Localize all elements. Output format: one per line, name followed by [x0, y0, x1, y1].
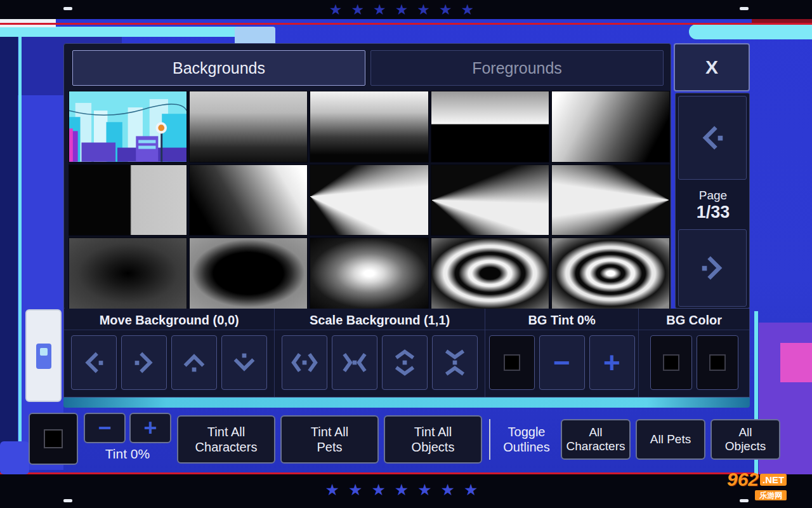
label-line: Toggle [508, 424, 546, 439]
close-button[interactable]: X [674, 43, 750, 91]
bg-color-label: BG Color [639, 311, 749, 330]
scale-shorter-button[interactable] [432, 335, 478, 390]
global-tint-increase-button[interactable]: + [129, 413, 171, 443]
toggle-outlines-label: Toggle Outlines [497, 413, 556, 466]
thumbnail-vertical-split-left-black[interactable] [69, 164, 187, 236]
thumbnail-city-scene[interactable] [69, 91, 187, 163]
watermark-net: .NET [760, 474, 787, 486]
page-indicator-label: Page [699, 189, 727, 203]
page-rail: Page 1/33 [675, 93, 750, 309]
backdrop-blue-chip-bottom-left [0, 441, 29, 474]
top-stars-decor: ★★★★★★★ [329, 1, 483, 18]
backdrop-cyan-band-left [0, 27, 274, 37]
arrow-left-icon [79, 348, 108, 377]
arrow-right-icon [129, 348, 159, 377]
thumbnail-wedge-from-right[interactable] [551, 164, 670, 236]
thumbnail-concentric-rings[interactable] [431, 237, 549, 309]
plus-icon: + [143, 417, 157, 439]
thumbnail-diagonal-gradient[interactable] [551, 91, 670, 163]
scale-taller-button[interactable] [382, 335, 428, 390]
move-background-label: Move Background (0,0) [64, 311, 274, 330]
arrow-up-icon [180, 348, 209, 377]
global-tint-color-preview [44, 429, 63, 448]
button-line: Objects [412, 439, 455, 455]
thumbnail-vertical-gradient-sharp[interactable] [310, 91, 428, 163]
game-screen: ★★★★★★★ ★★★★★★★ 962 .NET 乐游网 Backgrounds… [0, 0, 812, 508]
watermark-site-name: 乐游网 [755, 490, 787, 500]
close-button-label: X [705, 57, 718, 78]
watermark-962net: 962 .NET 乐游网 [727, 470, 787, 500]
bg-tint-decrease-button[interactable]: − [539, 335, 585, 390]
bg-tint-increase-button[interactable]: + [589, 335, 635, 390]
chevron-right-icon [696, 251, 729, 284]
contract-vertical-icon [440, 348, 469, 377]
city-scene-image [69, 91, 187, 162]
move-down-button[interactable] [221, 335, 267, 390]
thumbnail-split-top-light[interactable] [431, 91, 549, 163]
bg-tint-label: BG Tint 0% [485, 311, 639, 330]
outline-all-characters-button[interactable]: All Characters [561, 419, 631, 460]
bg-tint-color-swatch[interactable] [489, 335, 535, 390]
expand-vertical-icon [390, 348, 419, 377]
move-right-button[interactable] [121, 335, 167, 390]
global-tint-value-label: Tint 0% [105, 446, 150, 462]
background-controls: Move Background (0,0) [63, 309, 750, 398]
watermark-number: 962 [727, 470, 759, 489]
contract-horizontal-icon [340, 348, 369, 377]
arrow-down-icon [230, 348, 259, 377]
outline-all-pets-button[interactable]: All Pets [636, 419, 705, 460]
tab-backgrounds[interactable]: Backgrounds [72, 50, 365, 86]
minus-icon: − [553, 348, 570, 377]
global-tint-decrease-button[interactable]: − [84, 413, 126, 443]
thumbnail-concentric-rings-tight[interactable] [551, 237, 670, 309]
toolbar-divider [489, 419, 490, 460]
next-page-button[interactable] [678, 229, 747, 307]
modal-bottom-accent [63, 398, 750, 408]
minus-icon: − [98, 417, 111, 439]
sign-machine-icon [36, 344, 51, 369]
backdrop-pink-block [780, 343, 812, 382]
move-left-button[interactable] [71, 335, 117, 390]
bg-color-preview-2 [709, 354, 726, 371]
button-line: Tint All [311, 424, 348, 439]
tab-backgrounds-label: Backgrounds [173, 59, 265, 77]
bg-color-swatch-1[interactable] [650, 335, 692, 390]
plus-icon: + [603, 348, 620, 377]
backdrop-cyan-band-right [689, 24, 812, 39]
chevron-left-icon [696, 121, 729, 154]
scale-narrower-button[interactable] [332, 335, 377, 390]
background-sign-card [25, 309, 62, 402]
bg-color-swatch-2[interactable] [697, 335, 738, 390]
tab-foregrounds-label: Foregrounds [472, 59, 562, 77]
tab-bar: Backgrounds Foregrounds [72, 50, 664, 86]
backgrounds-dialog: Backgrounds Foregrounds [63, 43, 750, 410]
tab-foregrounds[interactable]: Foregrounds [370, 50, 664, 86]
global-tint-controls: − + Tint 0% [83, 413, 172, 466]
bg-color-preview-1 [663, 354, 679, 371]
thumbnail-radial-vignette[interactable] [69, 237, 187, 309]
button-line: Objects [725, 439, 766, 453]
global-tint-color-swatch[interactable] [29, 413, 78, 465]
button-line: Characters [195, 439, 258, 455]
expand-horizontal-icon [290, 348, 319, 377]
bg-color-group: BG Color [639, 309, 749, 397]
thumbnail-diagonal-gradient-bright[interactable] [189, 164, 308, 236]
global-tint-toolbar: − + Tint 0% Tint All Characters Tint All… [29, 413, 785, 466]
thumbnail-black-circle[interactable] [189, 237, 308, 309]
tint-all-objects-button[interactable]: Tint All Objects [384, 415, 482, 464]
thumbnail-wedge-from-left-wide[interactable] [310, 164, 428, 236]
thumbnail-wedge-from-left-narrow[interactable] [431, 164, 549, 236]
tint-all-characters-button[interactable]: Tint All Characters [177, 415, 275, 464]
scale-background-label: Scale Background (1,1) [275, 311, 484, 330]
button-line: Tint All [414, 424, 452, 439]
outline-all-objects-button[interactable]: All Objects [710, 419, 780, 460]
scale-wider-button[interactable] [282, 335, 327, 390]
bottom-stars-decor: ★★★★★★★ [325, 481, 487, 499]
thumbnail-radial-glow[interactable] [310, 237, 428, 309]
thumbnail-vertical-gradient-soft[interactable] [189, 91, 308, 163]
previous-page-button[interactable] [678, 96, 747, 180]
backdrop-left-strip [0, 19, 18, 475]
move-up-button[interactable] [171, 335, 217, 390]
tint-all-pets-button[interactable]: Tint All Pets [280, 415, 379, 464]
button-line: All Pets [650, 432, 691, 446]
